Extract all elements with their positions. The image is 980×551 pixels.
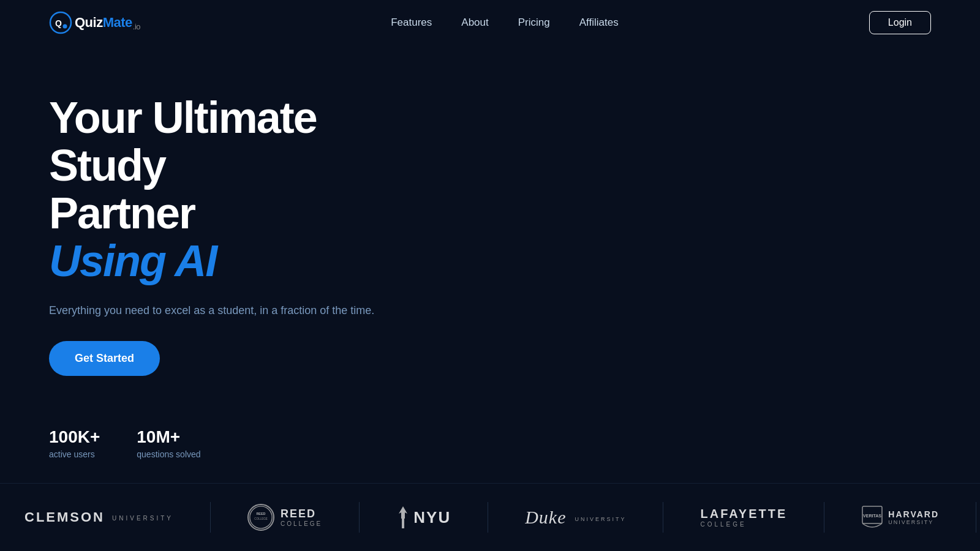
- svg-point-2: [63, 24, 67, 29]
- svg-text:COLLEGE: COLLEGE: [254, 517, 267, 520]
- harvard-text: HARVARD UNIVERSITY: [888, 509, 939, 525]
- duke-name: Duke: [525, 507, 566, 528]
- divider-5: [824, 502, 824, 533]
- nav-item-affiliates[interactable]: Affiliates: [579, 17, 619, 29]
- uni-logo-duke: Duke UNIVERSITY: [525, 507, 626, 528]
- universities-section: CLEMSON UNIVERSITY REED COLLEGE REED COL…: [0, 483, 980, 551]
- nav-link-pricing[interactable]: Pricing: [518, 17, 550, 28]
- reed-circle-icon: REED COLLEGE: [247, 504, 274, 531]
- svg-marker-7: [399, 506, 407, 519]
- clemson-name: CLEMSON: [24, 509, 105, 525]
- svg-text:Q: Q: [55, 18, 62, 28]
- divider-6: [976, 502, 976, 533]
- stat-questions-label: questions solved: [137, 449, 200, 459]
- lafayette-name: LAFAYETTE: [700, 507, 787, 521]
- divider-1: [210, 502, 211, 533]
- hero-title-line1: Your Ultimate Study: [49, 93, 317, 190]
- lafayette-sub: COLLEGE: [700, 521, 787, 528]
- logo[interactable]: Q QuizMate.io: [49, 11, 140, 34]
- reed-sub: COLLEGE: [281, 520, 322, 527]
- page-wrapper: Q QuizMate.io Features About Pricing Aff…: [0, 0, 980, 551]
- stat-questions-value: 10M+: [137, 427, 200, 447]
- navbar: Q QuizMate.io Features About Pricing Aff…: [0, 0, 980, 45]
- reed-text: REED COLLEGE: [281, 508, 322, 527]
- svg-text:VERITAS: VERITAS: [863, 514, 881, 518]
- stat-questions-solved: 10M+ questions solved: [137, 427, 200, 459]
- lafayette-text: LAFAYETTE COLLEGE: [700, 507, 787, 528]
- uni-logo-lafayette: LAFAYETTE COLLEGE: [700, 507, 787, 528]
- logo-mate-text: Mate: [103, 15, 132, 30]
- svg-rect-6: [402, 519, 404, 528]
- uni-logo-clemson: CLEMSON UNIVERSITY: [24, 509, 173, 525]
- nav-item-pricing[interactable]: Pricing: [518, 17, 550, 29]
- nyu-torch-icon: [396, 506, 410, 528]
- nav-link-affiliates[interactable]: Affiliates: [579, 17, 619, 28]
- logo-io-text: .io: [133, 22, 140, 31]
- login-button[interactable]: Login: [869, 11, 931, 34]
- hero-subtitle: Everything you need to excel as a studen…: [49, 302, 380, 319]
- stat-users-label: active users: [49, 449, 100, 459]
- hero-title-line2: Partner: [49, 189, 195, 238]
- hero-title: Your Ultimate Study Partner: [49, 94, 380, 237]
- uni-logo-harvard: VERITAS HARVARD UNIVERSITY: [861, 505, 939, 530]
- nav-link-about[interactable]: About: [461, 17, 488, 28]
- get-started-button[interactable]: Get Started: [49, 341, 160, 376]
- stat-active-users: 100K+ active users: [49, 427, 100, 459]
- stat-users-value: 100K+: [49, 427, 100, 447]
- divider-2: [359, 502, 360, 533]
- stats-section: 100K+ active users 10M+ questions solved: [0, 400, 980, 471]
- nav-item-about[interactable]: About: [461, 17, 488, 29]
- duke-sub: UNIVERSITY: [575, 516, 626, 522]
- divider-3: [488, 502, 488, 533]
- nyu-name: NYU: [413, 508, 451, 527]
- nav-links: Features About Pricing Affiliates: [391, 17, 618, 29]
- svg-text:REED: REED: [256, 512, 265, 515]
- logo-icon: Q: [49, 11, 72, 34]
- hero-section: Your Ultimate Study Partner Using AI Eve…: [0, 45, 429, 400]
- divider-4: [663, 502, 663, 533]
- nav-link-features[interactable]: Features: [391, 17, 432, 28]
- harvard-crest-icon: VERITAS: [861, 505, 883, 530]
- logo-quiz-text: Quiz: [75, 15, 103, 30]
- harvard-sub: UNIVERSITY: [888, 519, 939, 525]
- hero-title-ai: Using AI: [49, 237, 380, 285]
- harvard-name: HARVARD: [888, 509, 939, 519]
- uni-logo-reed: REED COLLEGE REED COLLEGE: [247, 504, 322, 531]
- clemson-sub: UNIVERSITY: [112, 515, 173, 522]
- uni-logos-inner: CLEMSON UNIVERSITY REED COLLEGE REED COL…: [0, 502, 980, 533]
- nav-item-features[interactable]: Features: [391, 17, 432, 29]
- reed-name: REED: [281, 508, 322, 520]
- uni-logo-nyu: NYU: [396, 506, 451, 528]
